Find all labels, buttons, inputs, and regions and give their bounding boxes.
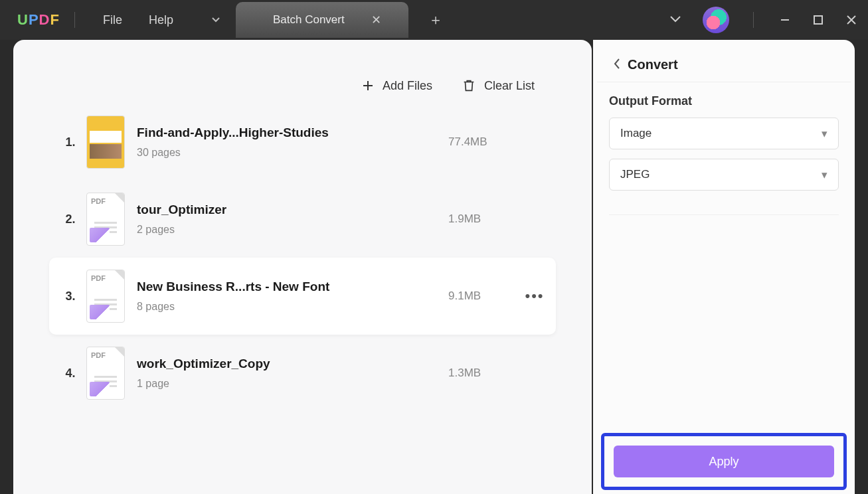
user-avatar[interactable] bbox=[703, 7, 729, 33]
file-pages: 1 page bbox=[137, 378, 448, 390]
tabbar: Batch Convert ✕ ＋ bbox=[200, 0, 443, 40]
divider bbox=[609, 214, 839, 215]
chevron-down-icon: ▾ bbox=[822, 127, 827, 141]
file-row[interactable]: 1.Find-and-Apply...Higher-Studies30 page… bbox=[49, 104, 556, 181]
file-name: New Business R...rts - New Font bbox=[137, 280, 448, 294]
apply-highlight: Apply bbox=[601, 433, 847, 490]
output-format-select[interactable]: Image ▾ bbox=[609, 118, 839, 149]
file-meta: New Business R...rts - New Font8 pages bbox=[137, 280, 448, 313]
dropdown-icon[interactable] bbox=[657, 14, 693, 26]
file-pages: 8 pages bbox=[137, 301, 448, 313]
file-name: tour_Optimizer bbox=[137, 203, 448, 217]
tab-title: Batch Convert bbox=[273, 13, 345, 27]
window-controls bbox=[657, 0, 868, 40]
clear-list-button[interactable]: Clear List bbox=[462, 78, 535, 93]
panel-title: Convert bbox=[628, 57, 678, 72]
add-files-button[interactable]: Add Files bbox=[361, 79, 432, 93]
file-thumbnail bbox=[86, 193, 125, 246]
clear-list-label: Clear List bbox=[484, 79, 535, 93]
output-format-value: Image bbox=[620, 127, 651, 140]
file-name: Find-and-Apply...Higher-Studies bbox=[137, 125, 448, 140]
output-format-label: Output Format bbox=[609, 94, 839, 108]
file-name: work_Optimizer_Copy bbox=[137, 357, 448, 371]
close-button[interactable] bbox=[835, 0, 868, 40]
apply-button[interactable]: Apply bbox=[614, 446, 834, 477]
file-size: 1.9MB bbox=[448, 212, 521, 226]
divider bbox=[74, 12, 75, 28]
tab-list-dropdown[interactable] bbox=[200, 4, 232, 36]
menu-help[interactable]: Help bbox=[135, 13, 187, 27]
row-more-button[interactable]: ••• bbox=[521, 288, 548, 305]
titlebar: UPDF File Help Batch Convert ✕ ＋ bbox=[0, 0, 868, 40]
row-index: 3. bbox=[57, 289, 84, 303]
menu-file[interactable]: File bbox=[90, 13, 135, 27]
file-row[interactable]: 4.work_Optimizer_Copy1 page1.3MB bbox=[49, 335, 556, 412]
convert-panel: Convert Output Format Image ▾ JPEG ▾ App… bbox=[593, 40, 855, 494]
output-subformat-value: JPEG bbox=[620, 168, 650, 181]
list-toolbar: Add Files Clear List bbox=[49, 65, 556, 104]
tab-batch-convert[interactable]: Batch Convert ✕ bbox=[236, 2, 408, 38]
app-logo: UPDF bbox=[17, 11, 60, 29]
maximize-button[interactable] bbox=[802, 0, 835, 40]
divider bbox=[753, 12, 754, 28]
back-button[interactable] bbox=[613, 58, 621, 72]
row-index: 1. bbox=[57, 135, 84, 149]
row-index: 2. bbox=[57, 212, 84, 226]
chevron-down-icon: ▾ bbox=[822, 168, 827, 182]
add-files-label: Add Files bbox=[383, 79, 432, 93]
file-pages: 30 pages bbox=[137, 147, 448, 159]
tab-close-button[interactable]: ✕ bbox=[371, 13, 381, 27]
file-meta: Find-and-Apply...Higher-Studies30 pages bbox=[137, 125, 448, 159]
file-size: 9.1MB bbox=[448, 289, 521, 303]
output-subformat-select[interactable]: JPEG ▾ bbox=[609, 159, 839, 191]
svg-rect-1 bbox=[814, 16, 822, 24]
file-list-panel: Add Files Clear List 1.Find-and-Apply...… bbox=[13, 40, 592, 494]
file-meta: tour_Optimizer2 pages bbox=[137, 203, 448, 236]
file-size: 1.3MB bbox=[448, 367, 521, 380]
new-tab-button[interactable]: ＋ bbox=[428, 10, 443, 30]
file-size: 77.4MB bbox=[448, 135, 521, 149]
file-pages: 2 pages bbox=[137, 224, 448, 236]
file-thumbnail bbox=[86, 347, 125, 400]
file-row[interactable]: 3.New Business R...rts - New Font8 pages… bbox=[49, 258, 556, 335]
file-thumbnail bbox=[86, 270, 125, 323]
file-thumbnail bbox=[86, 116, 125, 169]
row-index: 4. bbox=[57, 367, 84, 380]
minimize-button[interactable] bbox=[768, 0, 802, 40]
file-meta: work_Optimizer_Copy1 page bbox=[137, 357, 448, 390]
file-row[interactable]: 2.tour_Optimizer2 pages1.9MB bbox=[49, 181, 556, 258]
